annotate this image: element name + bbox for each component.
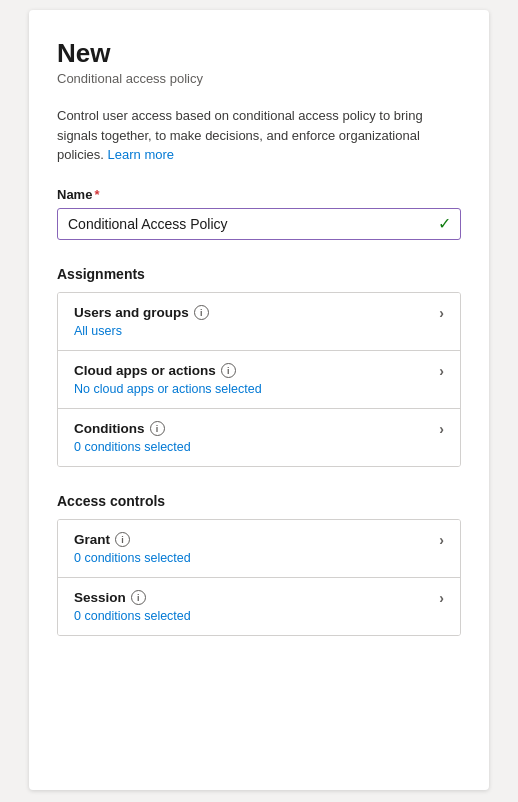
session-info-icon[interactable]: i — [131, 590, 146, 605]
description-text: Control user access based on conditional… — [57, 106, 461, 165]
cloud-apps-subtitle: No cloud apps or actions selected — [74, 382, 444, 396]
name-input-wrapper: ✓ — [57, 208, 461, 240]
name-field-section: Name* ✓ — [57, 187, 461, 240]
required-indicator: * — [94, 187, 99, 202]
users-groups-info-icon[interactable]: i — [194, 305, 209, 320]
valid-check-icon: ✓ — [438, 214, 451, 233]
assignment-item-cloud-apps[interactable]: Cloud apps or actions i › No cloud apps … — [58, 351, 460, 409]
users-groups-subtitle: All users — [74, 324, 444, 338]
cloud-apps-info-icon[interactable]: i — [221, 363, 236, 378]
new-conditional-access-panel: New Conditional access policy Control us… — [29, 10, 489, 790]
assignment-item-users-groups[interactable]: Users and groups i › All users — [58, 293, 460, 351]
users-groups-chevron-icon: › — [439, 305, 444, 321]
cloud-apps-chevron-icon: › — [439, 363, 444, 379]
assignment-item-session[interactable]: Session i › 0 conditions selected — [58, 578, 460, 635]
panel-title: New — [57, 38, 461, 69]
grant-chevron-icon: › — [439, 532, 444, 548]
assignment-item-conditions[interactable]: Conditions i › 0 conditions selected — [58, 409, 460, 466]
session-chevron-icon: › — [439, 590, 444, 606]
session-subtitle: 0 conditions selected — [74, 609, 444, 623]
access-controls-group: Grant i › 0 conditions selected Session … — [57, 519, 461, 636]
access-controls-section: Access controls Grant i › 0 conditions s… — [57, 493, 461, 636]
name-label: Name* — [57, 187, 461, 202]
learn-more-link[interactable]: Learn more — [108, 147, 174, 162]
conditions-info-icon[interactable]: i — [150, 421, 165, 436]
assignment-item-grant[interactable]: Grant i › 0 conditions selected — [58, 520, 460, 578]
access-controls-heading: Access controls — [57, 493, 461, 509]
grant-info-icon[interactable]: i — [115, 532, 130, 547]
panel-subtitle: Conditional access policy — [57, 71, 461, 86]
assignments-group: Users and groups i › All users Cloud app… — [57, 292, 461, 467]
conditions-subtitle: 0 conditions selected — [74, 440, 444, 454]
grant-subtitle: 0 conditions selected — [74, 551, 444, 565]
conditions-chevron-icon: › — [439, 421, 444, 437]
assignments-heading: Assignments — [57, 266, 461, 282]
name-input[interactable] — [57, 208, 461, 240]
